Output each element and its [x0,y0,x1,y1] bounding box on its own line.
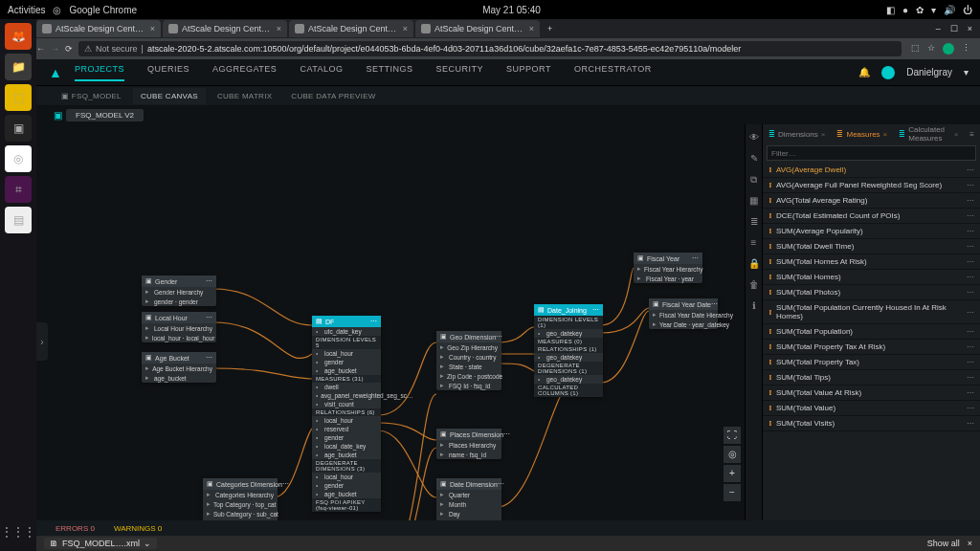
zoom-fit-button[interactable]: ⛶ [724,427,741,444]
more-icon[interactable]: ⋯ [967,308,974,317]
user-label[interactable]: Danielgray [906,67,952,77]
tool-lock-icon[interactable]: 🔒 [747,258,761,272]
more-icon[interactable]: ⋯ [967,196,974,205]
node-header[interactable]: ▣Age Bucket⋯ [142,352,216,364]
node-header[interactable]: ▣Local Hour⋯ [142,312,216,323]
node-date-dim[interactable]: ▣Date Dimension⋯▸Quarter▸Month▸Day▸Date … [436,478,501,520]
more-icon[interactable]: ⋯ [967,327,974,336]
node-row[interactable]: •gender [312,358,381,366]
close-icon[interactable]: × [403,24,408,33]
warnings-label[interactable]: WARNINGS 0 [114,524,162,533]
more-icon[interactable]: ⋯ [967,211,974,220]
more-icon[interactable]: ⋯ [967,404,974,412]
measure-item[interactable]: ⫿SUM(Total Dwell Time)⋯ [763,239,980,254]
nav-catalog[interactable]: CATALOG [300,64,343,81]
zoom-in-button[interactable]: + [724,465,741,482]
node-section-header[interactable]: CALCULATED COLUMNS (1) [534,384,603,397]
node-row[interactable]: ▸Quarter [436,490,501,499]
expand-left-handle[interactable]: › [36,322,48,361]
new-tab-button[interactable]: + [542,24,558,33]
node-row[interactable]: •local_date_key [312,442,381,451]
panel-tab-dimensions[interactable]: ≣Dimensions× [763,126,831,143]
node-row[interactable]: ▸ FSQ Id · fsq_id [436,381,501,390]
tool-link-icon[interactable]: ⧉ [747,174,761,187]
close-icon[interactable]: × [954,130,959,139]
launcher-app2[interactable]: ▤ [5,207,32,233]
zoom-out-button[interactable]: − [724,484,741,501]
node-section-header[interactable]: DIMENSION LEVELS 5 [312,336,381,349]
node-menu-icon[interactable]: ⋯ [282,480,289,488]
subtab-cube-data-preview[interactable]: CUBE DATA PREVIEW [283,88,383,104]
tool-data-icon[interactable]: ≡ [747,237,761,251]
measure-item[interactable]: ⫿DCE(Total Estimated Count of POIs)⋯ [763,209,980,224]
node-row[interactable]: ▸Age Bucket Hierarchy [142,364,216,373]
node-places-dim[interactable]: ▣Places Dimension⋯▸Places Hierarchy▸ nam… [436,429,501,459]
launcher-slack[interactable]: ⌗ [5,176,32,203]
node-row[interactable]: •age_bucket [312,366,381,375]
launcher-files[interactable]: 📁 [5,54,32,80]
address-bar[interactable]: ⚠ Not secure | atscale-2020-5-2.atscale.… [78,41,902,56]
node-header[interactable]: ▣Geo Dimension⋯ [436,331,501,342]
node-row[interactable]: •utc_date_key [312,327,381,336]
window-minimize-icon[interactable]: – [936,24,941,33]
node-row[interactable]: ▸Fiscal Year Date Hierarchy [649,310,718,320]
subtab-cube-canvas[interactable]: CUBE CANVAS [133,88,206,104]
node-menu-icon[interactable]: ⋯ [711,300,718,308]
node-row[interactable]: •avg_panel_reweighted_seg_sc… [312,391,381,400]
atscale-logo-icon[interactable]: ▲ [36,65,75,80]
node-row[interactable]: •local_hour [312,349,381,358]
tool-edit-icon[interactable]: ✎ [747,153,761,166]
node-header[interactable]: ▣Places Dimension⋯ [436,429,501,440]
launcher-terminal[interactable]: ▣ [5,115,32,142]
node-row[interactable]: •dwell [312,383,381,391]
node-section-header[interactable]: DEGENERATE DIMENSIONS (1) [534,362,603,375]
node-menu-icon[interactable]: ⋯ [503,430,510,438]
browser-tab[interactable]: AtScale Design Center: A…× [289,20,413,37]
more-icon[interactable]: ⋯ [967,358,974,366]
canvas[interactable]: › ▣Gender⋯▸Gender Hierarchy▸ [36,124,745,520]
node-header[interactable]: ▣Fiscal Year Date⋯ [649,298,718,310]
panel-menu-icon[interactable]: ≡ [964,126,980,143]
node-header[interactable]: ▣Gender⋯ [142,276,216,287]
node-row[interactable]: ▸Gender Hierarchy [142,287,216,297]
window-maximize-icon[interactable]: ☐ [950,24,958,33]
notifications-icon[interactable]: 🔔 [858,67,870,77]
node-row[interactable]: ▸Geo Zip Hierarchy [436,342,501,352]
node-row[interactable]: •gender [312,481,381,490]
more-icon[interactable]: ⋯ [967,419,974,428]
nav-security[interactable]: SECURITY [436,64,484,81]
node-date-joining[interactable]: ▤Date_Joining⋯DIMENSION LEVELS (1)•geo_d… [534,304,603,397]
more-icon[interactable]: ⋯ [967,273,974,281]
node-row[interactable]: ▸ Fiscal Year · year [634,274,702,283]
node-row[interactable]: ▸Month [436,499,501,509]
show-all-button[interactable]: Show all [927,539,960,548]
errors-label[interactable]: ERRORS 0 [56,524,95,533]
bookmark-icon[interactable]: ☆ [927,43,935,55]
measure-item[interactable]: ⫿SUM(Total Visits)⋯ [763,416,980,431]
more-icon[interactable]: ⋯ [967,288,974,297]
node-row[interactable]: •reserved [312,425,381,433]
node-section-header[interactable]: DEGENERATE DIMENSIONS (3) [312,459,381,473]
node-row[interactable]: ▸Day [436,509,501,518]
measure-item[interactable]: ⫿SUM(Total Population Currently Housed I… [763,300,980,324]
node-row[interactable]: •gender [312,433,381,442]
node-row[interactable]: •geo_datekey [534,375,603,384]
more-icon[interactable]: ⋯ [967,227,974,235]
chevron-down-icon[interactable]: ▾ [964,67,969,77]
node-menu-icon[interactable]: ⋯ [206,354,212,362]
node-menu-icon[interactable]: ⋯ [206,277,212,285]
close-icon[interactable]: × [529,24,534,33]
browser-tab[interactable]: AtScale Design Center: C…× [36,20,161,37]
close-icon[interactable]: × [150,24,155,33]
tool-layers-icon[interactable]: ≣ [747,216,761,230]
measure-item[interactable]: ⫿AVG(Average Dwell)⋯ [763,163,980,178]
node-row[interactable]: ▸Categories Hierarchy [203,490,278,499]
tray-icon[interactable]: ◧ [886,5,895,15]
panel-tab-calculated-measures[interactable]: ≣Calculated Measures× [893,124,964,146]
measure-filter-input[interactable] [767,145,976,161]
node-menu-icon[interactable]: ⋯ [498,480,504,488]
tray-icon[interactable]: ● [902,5,908,15]
more-icon[interactable]: ⋯ [967,165,974,174]
node-age-bucket[interactable]: ▣Age Bucket⋯▸Age Bucket Hierarchy▸ age_b… [142,352,216,383]
download-chip[interactable]: 🗎 FSQ_MODEL….xml ⌄ [44,538,157,549]
